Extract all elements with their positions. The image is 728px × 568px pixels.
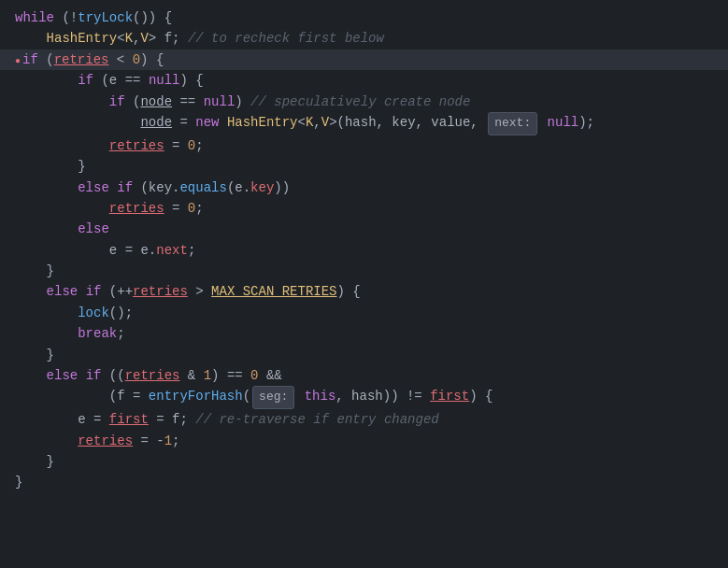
code-line-11: else bbox=[0, 219, 728, 239]
code-line-23: } bbox=[0, 472, 728, 492]
code-line-21: retries = -1; bbox=[0, 431, 728, 451]
code-line-5: if (node == null) // speculatively creat… bbox=[0, 92, 728, 112]
code-line-13: } bbox=[0, 261, 728, 281]
code-line-12: e = e.next; bbox=[0, 240, 728, 261]
breakpoint-dot: ● bbox=[15, 54, 21, 69]
code-line-18: else if ((retries & 1) == 0 && bbox=[0, 365, 728, 386]
code-line-4: if (e == null) { bbox=[0, 70, 728, 91]
code-line-1: while (!tryLock()) { bbox=[0, 7, 728, 28]
code-line-17: } bbox=[0, 345, 728, 365]
code-line-14: else if (++retries > MAX_SCAN_RETRIES) { bbox=[0, 281, 728, 302]
code-line-9: else if (key.equals(e.key)) bbox=[0, 178, 728, 198]
code-line-8: } bbox=[0, 156, 728, 177]
tooltip-next: next: bbox=[488, 112, 537, 135]
code-line-7: retries = 0; bbox=[0, 135, 728, 156]
first-ref: first bbox=[430, 386, 469, 406]
tooltip-seg: seg: bbox=[252, 386, 294, 409]
code-line-22: } bbox=[0, 451, 728, 472]
func-trylock: tryLock bbox=[78, 7, 133, 28]
code-line-15: lock(); bbox=[0, 303, 728, 323]
code-line-19: (f = entryForHash(seg: this, hash)) != f… bbox=[0, 386, 728, 409]
code-line-2: HashEntry<K,V> f; // to recheck first be… bbox=[0, 28, 728, 49]
code-line-16: break; bbox=[0, 323, 728, 344]
code-editor: while (!tryLock()) { HashEntry<K,V> f; /… bbox=[0, 0, 728, 568]
code-line-20: e = first = f; // re-traverse if entry c… bbox=[0, 409, 728, 430]
code-line-3: ●if (retries < 0) { bbox=[0, 50, 728, 70]
code-line-6: node = new HashEntry<K,V>(hash, key, val… bbox=[0, 112, 728, 135]
code-line-10: retries = 0; bbox=[0, 198, 728, 219]
keyword-while: while bbox=[15, 7, 54, 28]
